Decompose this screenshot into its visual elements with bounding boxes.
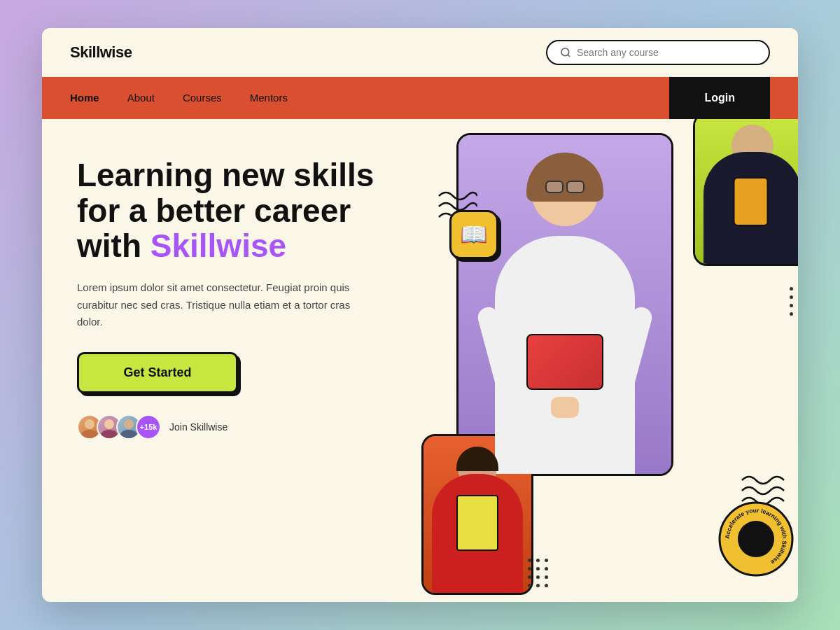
nav-item-home[interactable]: Home [70, 92, 99, 104]
book-icon: 📖 [460, 221, 488, 248]
hero-title: Learning new skills for a better career … [77, 158, 407, 264]
hero-right: 📖 [435, 119, 798, 602]
avatar-count: +15k [136, 414, 161, 440]
student-top-card [693, 119, 798, 266]
login-button[interactable]: Login [669, 77, 770, 119]
hero-left: Learning new skills for a better career … [42, 119, 435, 602]
hero-title-line3-prefix: with [77, 227, 150, 264]
svg-point-6 [124, 419, 134, 429]
logo: Skillwise [70, 43, 132, 62]
svg-point-2 [85, 419, 94, 429]
hero-title-line2: for a better career [77, 192, 351, 229]
avatar-count-label: +15k [140, 423, 158, 431]
dots-decoration-top [790, 287, 798, 316]
join-text: Join Skillwise [169, 421, 227, 433]
search-input[interactable] [577, 47, 756, 58]
nav-link-mentors[interactable]: Mentors [250, 92, 288, 104]
main-content: Learning new skills for a better career … [42, 119, 798, 602]
nav-links: Home About Courses Mentors [70, 92, 288, 104]
nav-item-about[interactable]: About [127, 92, 155, 104]
nav-bar: Home About Courses Mentors Login [42, 77, 798, 119]
dots-decoration-bottom [519, 559, 549, 588]
nav-link-courses[interactable]: Courses [183, 92, 222, 104]
hero-brand-name: Skillwise [150, 227, 286, 264]
avatars-group: +15k [77, 414, 161, 440]
get-started-button[interactable]: Get Started [77, 352, 238, 393]
svg-point-5 [101, 430, 118, 438]
nav-link-home[interactable]: Home [70, 92, 99, 104]
join-section: +15k Join Skillwise [77, 414, 407, 440]
svg-point-7 [120, 430, 137, 438]
hero-title-line1: Learning new skills [77, 157, 374, 193]
hero-description: Lorem ipsum dolor sit amet consectetur. … [77, 279, 378, 331]
header: Skillwise [42, 28, 798, 77]
rotating-badge: Accelerate your learning with Skillwise [718, 500, 794, 578]
student-main-card [456, 133, 673, 476]
nav-item-mentors[interactable]: Mentors [250, 92, 288, 104]
nav-item-courses[interactable]: Courses [183, 92, 222, 104]
search-bar[interactable] [546, 40, 770, 65]
svg-point-4 [104, 419, 114, 429]
svg-point-9 [738, 521, 774, 557]
nav-link-about[interactable]: About [127, 92, 155, 104]
book-icon-bubble: 📖 [449, 210, 498, 259]
svg-point-0 [561, 48, 569, 56]
svg-point-3 [81, 430, 98, 438]
app-window: Skillwise Home About Courses Mentors Log… [42, 28, 798, 602]
search-icon [560, 47, 571, 58]
svg-line-1 [568, 55, 570, 57]
